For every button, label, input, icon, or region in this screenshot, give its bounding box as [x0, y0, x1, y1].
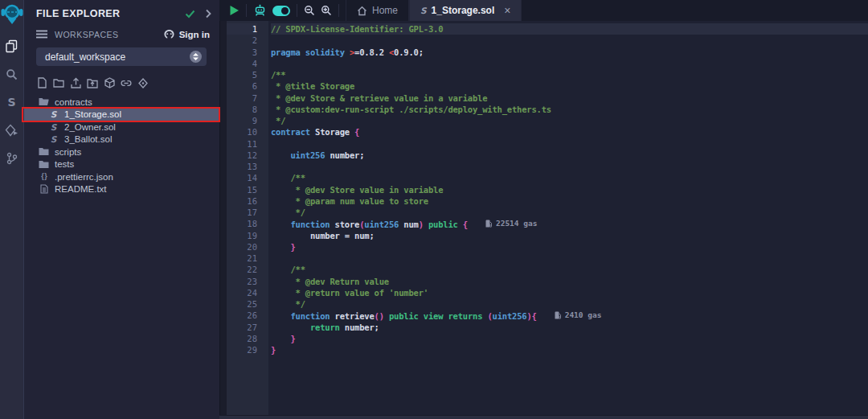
- upload-folder-icon[interactable]: [87, 77, 98, 89]
- zoom-out-icon[interactable]: [304, 5, 315, 16]
- deploy-run-icon[interactable]: [3, 122, 21, 138]
- dropdown-stepper-icon[interactable]: [190, 51, 202, 63]
- code-line-8[interactable]: * @custom:dev-run-script ./scripts/deplo…: [271, 104, 868, 115]
- run-script-icon[interactable]: [229, 5, 240, 16]
- new-folder-icon[interactable]: [53, 77, 64, 89]
- code-line-16[interactable]: * @param num value to store: [271, 195, 868, 207]
- line-number[interactable]: 29: [227, 344, 257, 355]
- line-number[interactable]: 8: [227, 104, 257, 115]
- publish-gist-link-icon[interactable]: [121, 77, 132, 89]
- code-line-11[interactable]: [271, 138, 868, 150]
- tree-item-contracts[interactable]: contracts: [24, 96, 219, 109]
- line-number[interactable]: 15: [227, 184, 257, 195]
- tree-item-readme-txt[interactable]: README.txt: [24, 183, 219, 196]
- search-icon[interactable]: [3, 66, 21, 82]
- sign-in-button[interactable]: Sign in: [163, 29, 210, 39]
- line-number[interactable]: 9: [227, 115, 257, 126]
- publish-ipfs-cube-icon[interactable]: [104, 77, 115, 89]
- code-line-24[interactable]: * @return value of 'number': [271, 287, 868, 298]
- line-number[interactable]: 3: [227, 47, 257, 58]
- zoom-in-icon[interactable]: [321, 5, 332, 16]
- code-line-26[interactable]: function retrieve() public view returns …: [271, 310, 868, 321]
- code-line-14[interactable]: /**: [271, 172, 868, 183]
- close-tab-icon[interactable]: ×: [504, 5, 510, 16]
- code-line-28[interactable]: }: [271, 333, 868, 344]
- line-number[interactable]: 10: [227, 126, 257, 138]
- tree-item-1-storage-sol[interactable]: S1_Storage.sol: [24, 109, 219, 121]
- toolbar-divider: [338, 4, 339, 17]
- code-line-1[interactable]: // SPDX-License-Identifier: GPL-3.0: [271, 23, 868, 35]
- line-number[interactable]: 19: [227, 230, 257, 241]
- chevron-right-icon[interactable]: [205, 9, 211, 18]
- code-line-12[interactable]: uint256 number;: [271, 150, 868, 161]
- workspace-dropdown[interactable]: default_workspace: [36, 47, 207, 66]
- tree-item-scripts[interactable]: scripts: [24, 146, 219, 158]
- code-line-7[interactable]: * @dev Store & retrieve value in a varia…: [271, 92, 868, 104]
- tree-item-3-ballot-sol[interactable]: S3_Ballot.sol: [24, 134, 219, 146]
- file-explorer-icon[interactable]: [3, 38, 21, 54]
- line-number[interactable]: 1: [227, 23, 257, 35]
- check-icon[interactable]: [185, 10, 195, 18]
- code-area[interactable]: // SPDX-License-Identifier: GPL-3.0pragm…: [268, 21, 868, 415]
- git-icon[interactable]: [3, 150, 21, 166]
- code-line-18[interactable]: function store(uint256 num) public {2251…: [271, 218, 868, 229]
- code-line-2[interactable]: [271, 35, 868, 46]
- solidity-compiler-icon[interactable]: S: [3, 94, 21, 110]
- gas-estimate-text: 22514 gas: [496, 218, 537, 229]
- line-number[interactable]: 5: [227, 69, 257, 80]
- line-number[interactable]: 25: [227, 298, 257, 310]
- code-line-15[interactable]: * @dev Store value in variable: [271, 184, 868, 195]
- line-number[interactable]: 6: [227, 80, 257, 92]
- solidity-file-icon[interactable]: [137, 77, 149, 89]
- line-number[interactable]: 4: [227, 58, 257, 69]
- code-token: */: [271, 299, 305, 309]
- code-line-20[interactable]: }: [271, 241, 868, 253]
- code-token: * @dev Store value in variable: [271, 185, 443, 195]
- code-line-9[interactable]: */: [271, 115, 868, 126]
- remix-logo-icon[interactable]: [0, 2, 24, 26]
- line-number[interactable]: 2: [227, 35, 257, 46]
- upload-file-icon[interactable]: [70, 77, 81, 89]
- code-line-5[interactable]: /**: [271, 69, 868, 80]
- line-number[interactable]: 26: [227, 310, 257, 321]
- tree-item-tests[interactable]: tests: [24, 158, 219, 171]
- line-number[interactable]: 27: [227, 322, 257, 333]
- new-file-icon[interactable]: [36, 77, 47, 89]
- line-number[interactable]: 11: [227, 138, 257, 150]
- tab-home[interactable]: Home: [346, 0, 409, 21]
- code-line-21[interactable]: [271, 253, 868, 264]
- code-line-27[interactable]: return number;: [271, 322, 868, 333]
- code-line-29[interactable]: }: [271, 344, 868, 355]
- ai-assistant-icon[interactable]: [253, 4, 267, 17]
- line-number[interactable]: 21: [227, 253, 257, 264]
- tab-1-storage-sol[interactable]: S 1_Storage.sol ×: [409, 0, 522, 21]
- line-number[interactable]: 7: [227, 92, 257, 104]
- code-line-23[interactable]: * @dev Return value: [271, 276, 868, 287]
- activity-bar: S: [0, 0, 24, 419]
- code-line-6[interactable]: * @title Storage: [271, 80, 868, 92]
- terminal-resize-handle[interactable]: [219, 415, 868, 419]
- line-number[interactable]: 20: [227, 241, 257, 253]
- code-line-25[interactable]: */: [271, 298, 868, 310]
- line-number[interactable]: 13: [227, 161, 257, 172]
- line-number[interactable]: 22: [227, 264, 257, 275]
- tree-item--prettierrc-json[interactable]: { }.prettierrc.json: [24, 170, 219, 183]
- code-line-19[interactable]: number = num;: [271, 230, 868, 241]
- hamburger-menu-icon[interactable]: [36, 30, 47, 39]
- line-number[interactable]: 14: [227, 172, 257, 183]
- code-line-10[interactable]: contract Storage {: [271, 126, 868, 138]
- code-line-4[interactable]: [271, 58, 868, 69]
- line-number[interactable]: 17: [227, 207, 257, 218]
- code-line-22[interactable]: /**: [271, 264, 868, 275]
- line-number[interactable]: 28: [227, 333, 257, 344]
- ai-toggle-on-icon[interactable]: [272, 6, 290, 16]
- line-number[interactable]: 12: [227, 150, 257, 161]
- tree-item-2-owner-sol[interactable]: S2_Owner.sol: [24, 121, 219, 134]
- line-number[interactable]: 18: [227, 218, 257, 229]
- line-number[interactable]: 23: [227, 276, 257, 287]
- code-line-3[interactable]: pragma solidity >=0.8.2 <0.9.0;: [271, 47, 868, 58]
- code-line-13[interactable]: [271, 161, 868, 172]
- line-number[interactable]: 16: [227, 195, 257, 207]
- line-number[interactable]: 24: [227, 287, 257, 298]
- code-line-17[interactable]: */: [271, 207, 868, 218]
